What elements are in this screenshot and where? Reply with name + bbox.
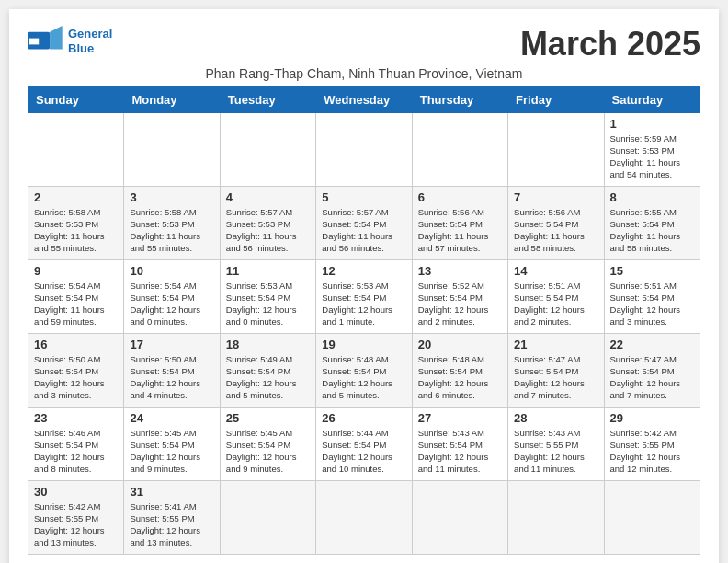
table-row: 27Sunrise: 5:43 AM Sunset: 5:54 PM Dayli… [412, 407, 507, 480]
day-info: Sunrise: 5:49 AM Sunset: 5:54 PM Dayligh… [226, 353, 310, 402]
table-row: 12Sunrise: 5:53 AM Sunset: 5:54 PM Dayli… [316, 259, 412, 333]
table-row: 14Sunrise: 5:51 AM Sunset: 5:54 PM Dayli… [508, 259, 604, 333]
day-number: 22 [610, 338, 694, 351]
table-row [220, 112, 315, 186]
calendar-table: Sunday Monday Tuesday Wednesday Thursday… [28, 86, 700, 555]
table-row: 4Sunrise: 5:57 AM Sunset: 5:53 PM Daylig… [220, 186, 315, 259]
logo-area: General Blue [28, 26, 112, 57]
day-info: Sunrise: 5:42 AM Sunset: 5:55 PM Dayligh… [34, 500, 118, 549]
day-info: Sunrise: 5:45 AM Sunset: 5:54 PM Dayligh… [130, 427, 213, 476]
day-info: Sunrise: 5:58 AM Sunset: 5:53 PM Dayligh… [130, 206, 213, 255]
table-row: 24Sunrise: 5:45 AM Sunset: 5:54 PM Dayli… [124, 407, 220, 480]
day-info: Sunrise: 5:47 AM Sunset: 5:54 PM Dayligh… [514, 353, 597, 402]
table-row: 7Sunrise: 5:56 AM Sunset: 5:54 PM Daylig… [508, 186, 604, 259]
table-row: 23Sunrise: 5:46 AM Sunset: 5:54 PM Dayli… [28, 407, 124, 480]
day-number: 11 [226, 264, 310, 278]
day-number: 8 [610, 190, 694, 204]
calendar-week-row: 2Sunrise: 5:58 AM Sunset: 5:53 PM Daylig… [28, 186, 700, 259]
table-row: 15Sunrise: 5:51 AM Sunset: 5:54 PM Dayli… [604, 259, 700, 333]
day-info: Sunrise: 5:57 AM Sunset: 5:54 PM Dayligh… [322, 206, 405, 255]
table-row: 13Sunrise: 5:52 AM Sunset: 5:54 PM Dayli… [412, 259, 507, 333]
table-row: 5Sunrise: 5:57 AM Sunset: 5:54 PM Daylig… [316, 186, 412, 259]
calendar-week-row: 23Sunrise: 5:46 AM Sunset: 5:54 PM Dayli… [28, 407, 700, 480]
day-info: Sunrise: 5:41 AM Sunset: 5:55 PM Dayligh… [130, 500, 213, 549]
day-info: Sunrise: 5:58 AM Sunset: 5:53 PM Dayligh… [34, 206, 118, 255]
calendar-week-row: 30Sunrise: 5:42 AM Sunset: 5:55 PM Dayli… [28, 480, 700, 554]
table-row: 20Sunrise: 5:48 AM Sunset: 5:54 PM Dayli… [412, 333, 507, 407]
day-number: 31 [130, 485, 213, 499]
table-row: 10Sunrise: 5:54 AM Sunset: 5:54 PM Dayli… [124, 259, 220, 333]
day-number: 25 [226, 411, 310, 425]
day-info: Sunrise: 5:48 AM Sunset: 5:54 PM Dayligh… [322, 353, 405, 402]
day-info: Sunrise: 5:57 AM Sunset: 5:53 PM Dayligh… [226, 206, 310, 255]
table-row: 22Sunrise: 5:47 AM Sunset: 5:54 PM Dayli… [604, 333, 700, 407]
day-number: 27 [418, 411, 502, 425]
header-thursday: Thursday [412, 86, 507, 112]
header-saturday: Saturday [604, 86, 700, 112]
day-number: 13 [418, 264, 502, 278]
table-row [412, 480, 507, 554]
day-number: 7 [514, 190, 597, 204]
day-number: 28 [514, 411, 597, 425]
svg-marker-1 [50, 26, 63, 50]
calendar-container: General Blue March 2025 Phan Rang-Thap C… [9, 9, 719, 563]
month-title: March 2025 [520, 26, 700, 63]
weekday-header-row: Sunday Monday Tuesday Wednesday Thursday… [28, 86, 700, 112]
day-number: 29 [610, 411, 694, 425]
day-info: Sunrise: 5:51 AM Sunset: 5:54 PM Dayligh… [514, 280, 597, 328]
logo-general: General [68, 27, 112, 40]
table-row: 17Sunrise: 5:50 AM Sunset: 5:54 PM Dayli… [124, 333, 220, 407]
calendar-header: General Blue March 2025 [28, 26, 700, 63]
day-info: Sunrise: 5:42 AM Sunset: 5:55 PM Dayligh… [610, 427, 694, 476]
day-number: 30 [34, 485, 118, 499]
day-number: 24 [130, 411, 213, 425]
table-row [316, 112, 412, 186]
header-tuesday: Tuesday [220, 86, 315, 112]
day-info: Sunrise: 5:48 AM Sunset: 5:54 PM Dayligh… [418, 353, 502, 402]
table-row [124, 112, 220, 186]
generalblue-logo-icon [28, 26, 63, 57]
table-row [508, 112, 604, 186]
logo-blue: Blue [68, 41, 94, 55]
day-number: 2 [34, 190, 118, 204]
calendar-week-row: 16Sunrise: 5:50 AM Sunset: 5:54 PM Dayli… [28, 333, 700, 407]
day-number: 15 [610, 264, 694, 278]
svg-rect-2 [29, 39, 39, 45]
header-wednesday: Wednesday [316, 86, 412, 112]
day-info: Sunrise: 5:50 AM Sunset: 5:54 PM Dayligh… [34, 353, 118, 402]
day-info: Sunrise: 5:54 AM Sunset: 5:54 PM Dayligh… [130, 280, 213, 328]
day-info: Sunrise: 5:45 AM Sunset: 5:54 PM Dayligh… [226, 427, 310, 476]
table-row: 19Sunrise: 5:48 AM Sunset: 5:54 PM Dayli… [316, 333, 412, 407]
table-row: 18Sunrise: 5:49 AM Sunset: 5:54 PM Dayli… [220, 333, 315, 407]
table-row: 28Sunrise: 5:43 AM Sunset: 5:55 PM Dayli… [508, 407, 604, 480]
table-row: 1Sunrise: 5:59 AM Sunset: 5:53 PM Daylig… [604, 112, 700, 186]
table-row: 9Sunrise: 5:54 AM Sunset: 5:54 PM Daylig… [28, 259, 124, 333]
day-number: 3 [130, 190, 213, 204]
day-number: 19 [322, 338, 405, 351]
table-row: 21Sunrise: 5:47 AM Sunset: 5:54 PM Dayli… [508, 333, 604, 407]
day-number: 9 [34, 264, 118, 278]
day-number: 16 [34, 338, 118, 351]
day-number: 14 [514, 264, 597, 278]
day-number: 26 [322, 411, 405, 425]
day-number: 20 [418, 338, 502, 351]
table-row: 30Sunrise: 5:42 AM Sunset: 5:55 PM Dayli… [28, 480, 124, 554]
day-number: 4 [226, 190, 310, 204]
table-row [604, 480, 700, 554]
day-number: 23 [34, 411, 118, 425]
table-row: 31Sunrise: 5:41 AM Sunset: 5:55 PM Dayli… [124, 480, 220, 554]
day-info: Sunrise: 5:43 AM Sunset: 5:54 PM Dayligh… [418, 427, 502, 476]
table-row [316, 480, 412, 554]
day-number: 10 [130, 264, 213, 278]
table-row: 6Sunrise: 5:56 AM Sunset: 5:54 PM Daylig… [412, 186, 507, 259]
day-number: 18 [226, 338, 310, 351]
day-info: Sunrise: 5:55 AM Sunset: 5:54 PM Dayligh… [610, 206, 694, 255]
header-monday: Monday [124, 86, 220, 112]
table-row [28, 112, 124, 186]
calendar-week-row: 1Sunrise: 5:59 AM Sunset: 5:53 PM Daylig… [28, 112, 700, 186]
day-number: 1 [610, 117, 694, 131]
title-area: March 2025 [520, 26, 700, 63]
day-number: 6 [418, 190, 502, 204]
location-subtitle: Phan Rang-Thap Cham, Ninh Thuan Province… [28, 66, 700, 81]
table-row [508, 480, 604, 554]
